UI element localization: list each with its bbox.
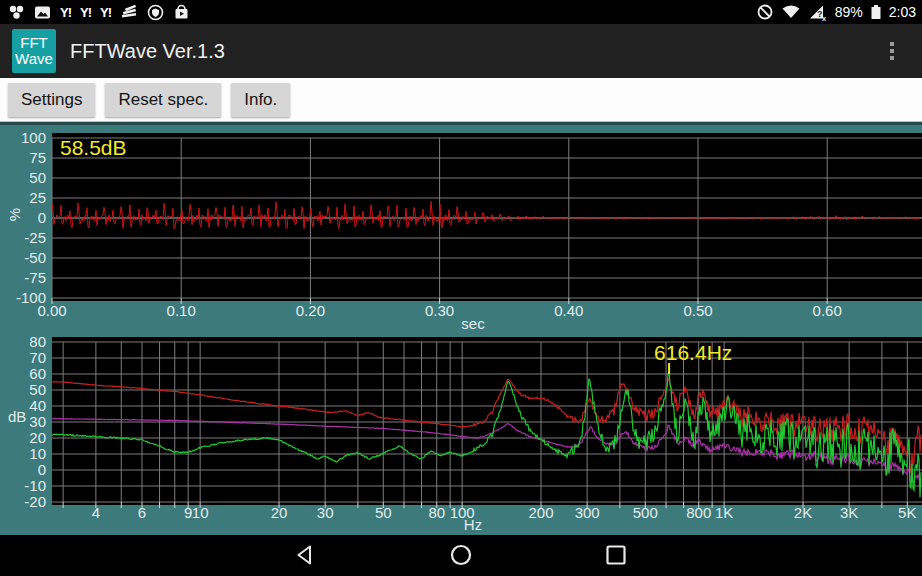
- waveform-y-tick-label: -75: [0, 269, 46, 286]
- waveform-x-tick-label: 0.40: [539, 302, 599, 319]
- svg-text:x: x: [822, 13, 827, 21]
- spectrum-x-tick-label: 6: [117, 504, 167, 521]
- security-badge-icon: [147, 3, 164, 21]
- spectrum-y-tick-label: 60: [0, 365, 46, 382]
- waveform-y-tick-label: -25: [0, 229, 46, 246]
- yahoo-icon: Y!: [60, 3, 71, 21]
- spectrum-y-tick-label: 50: [0, 381, 46, 398]
- spectrum-y-tick-label: 30: [0, 413, 46, 430]
- app-hub-icon: [8, 3, 25, 21]
- overflow-menu-button[interactable]: [884, 36, 900, 66]
- spectrum-x-tick-label: 4: [71, 504, 121, 521]
- navigation-bar: [0, 535, 922, 576]
- spectrum-x-tick-label: 500: [620, 504, 670, 521]
- app-bar: FFT Wave FFTWave Ver.1.3: [0, 24, 922, 78]
- waveform-x-tick-label: 0.60: [797, 302, 857, 319]
- spectrum-x-tick-label: 300: [562, 504, 612, 521]
- spectrum-y-tick-label: 80: [0, 333, 46, 350]
- app-logo: FFT Wave: [12, 29, 56, 73]
- spectrum-x-tick-label: 1K: [699, 504, 749, 521]
- yahoo-icon: Y!: [100, 3, 111, 21]
- reset-spec-button[interactable]: Reset spec.: [105, 83, 221, 117]
- spectrum-x-tick-label: 200: [516, 504, 566, 521]
- spectrum-x-tick-label: 50: [358, 504, 408, 521]
- status-bar-system-icons: ?x 89% 2:03: [756, 3, 922, 21]
- toolbar: Settings Reset spec. Info.: [0, 78, 922, 122]
- spectrum-y-tick-label: 10: [0, 445, 46, 462]
- spectrum-chart: 616.4Hz: [52, 337, 922, 505]
- store-bag-icon: [173, 3, 190, 21]
- home-button[interactable]: [449, 543, 473, 567]
- status-bar: Y! Y! Y! ?x 89%: [0, 0, 922, 24]
- waveform-x-tick-label: 0.20: [280, 302, 340, 319]
- waveform-peak-db-label: 58.5dB: [60, 136, 127, 160]
- fftwave-app-screen: Y! Y! Y! ?x 89%: [0, 0, 922, 576]
- app-logo-line1: FFT: [20, 35, 48, 51]
- spectrum-x-tick-label: 2K: [778, 504, 828, 521]
- spectrum-x-tick-label: 10: [175, 504, 225, 521]
- spectrum-y-tick-label: -20: [0, 493, 46, 510]
- app-logo-line2: Wave: [15, 51, 53, 67]
- spectrum-peak-freq-label: 616.4Hz: [654, 341, 732, 365]
- waveform-y-tick-label: 25: [0, 189, 46, 206]
- spectrum-y-tick-label: 40: [0, 397, 46, 414]
- page-title: FFTWave Ver.1.3: [70, 40, 225, 63]
- waveform-x-tick-label: 0.30: [410, 302, 470, 319]
- yahoo-icon: Y!: [80, 3, 91, 21]
- waveform-y-tick-label: 50: [0, 169, 46, 186]
- spectrum-x-tick-label: 3K: [824, 504, 874, 521]
- waveform-y-tick-label: -50: [0, 249, 46, 266]
- battery-percent: 89%: [835, 4, 863, 20]
- clock: 2:03: [889, 4, 916, 20]
- gallery-icon: [34, 3, 51, 21]
- spectrum-x-tick-label: 100: [437, 504, 487, 521]
- spectrum-y-tick-label: -10: [0, 477, 46, 494]
- waveform-x-tick-label: 0.00: [22, 302, 82, 319]
- status-bar-notification-icons: Y! Y! Y!: [0, 3, 190, 21]
- info-button[interactable]: Info.: [231, 83, 290, 117]
- waveform-y-tick-label: 0: [0, 209, 46, 226]
- waveform-x-tick-label: 0.50: [668, 302, 728, 319]
- spectrum-y-tick-label: 20: [0, 429, 46, 446]
- spectrum-y-tick-label: 70: [0, 349, 46, 366]
- spectrum-x-tick-label: 5K: [882, 504, 922, 521]
- battery-icon: [870, 3, 882, 21]
- settings-button[interactable]: Settings: [8, 83, 95, 117]
- waveform-chart: 58.5dB: [52, 133, 922, 301]
- wifi-icon: [781, 3, 801, 21]
- recents-button[interactable]: [604, 543, 628, 567]
- do-not-disturb-icon: [756, 3, 774, 21]
- waveform-y-tick-label: 75: [0, 149, 46, 166]
- waveform-x-tick-label: 0.10: [151, 302, 211, 319]
- spectrum-x-tick-label: 20: [254, 504, 304, 521]
- no-sim-icon: ?x: [808, 3, 828, 21]
- books-icon: [120, 3, 138, 21]
- back-button[interactable]: [294, 543, 318, 567]
- waveform-y-tick-label: 100: [0, 129, 46, 146]
- spectrum-y-tick-label: 0: [0, 461, 46, 478]
- spectrum-x-tick-label: 30: [300, 504, 350, 521]
